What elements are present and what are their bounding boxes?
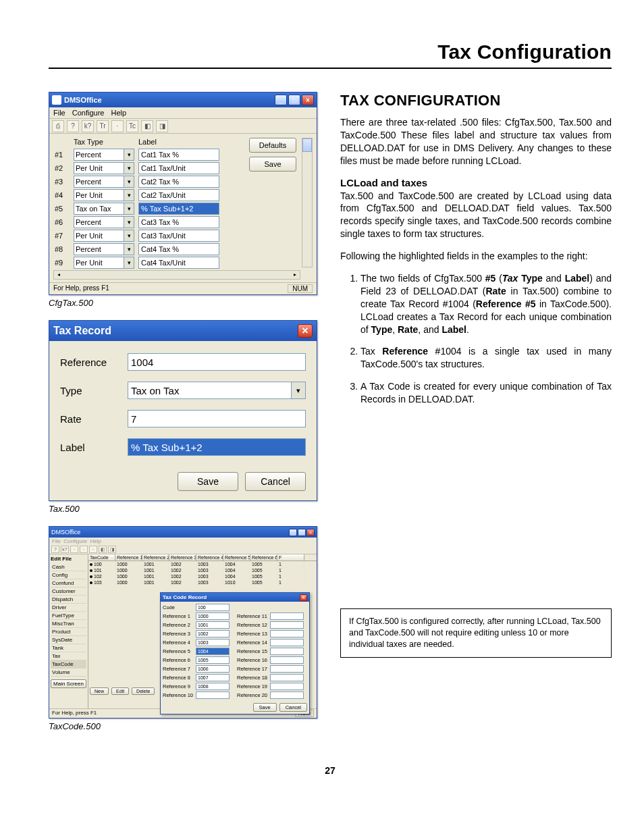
reference-input[interactable]: 1001 — [196, 621, 230, 629]
label-input[interactable]: % Tax Sub+1+2 — [128, 438, 306, 456]
sidebar-item[interactable]: Tax — [51, 652, 86, 660]
reference-input[interactable] — [270, 674, 304, 681]
toolbar-icon[interactable]: · — [80, 546, 88, 553]
close-button[interactable]: × — [306, 529, 315, 536]
label-input[interactable]: Cat3 Tax % — [138, 216, 219, 228]
close-icon[interactable]: × — [300, 594, 307, 601]
sidebar-item[interactable]: Comfund — [51, 579, 86, 588]
sidebar-item[interactable]: Dispatch — [51, 596, 86, 604]
reference-input[interactable]: 1003 — [196, 639, 230, 646]
reference-input[interactable] — [270, 665, 304, 673]
sidebar-item[interactable]: Cash — [51, 563, 86, 571]
window-titlebar[interactable]: DMSOffice _ □ × — [49, 527, 317, 538]
label-input[interactable]: Cat4 Tax % — [138, 243, 219, 255]
toolbar-icon[interactable]: Tc — [126, 120, 138, 132]
toolbar-icon[interactable]: ◧ — [141, 120, 153, 132]
reference-input[interactable] — [196, 692, 230, 699]
reference-input[interactable]: 1000 — [196, 613, 230, 620]
maximize-button[interactable]: □ — [288, 95, 300, 105]
save-button[interactable]: Save — [249, 157, 296, 172]
menu-help[interactable]: Help — [111, 109, 126, 117]
reference-input[interactable] — [270, 683, 304, 690]
reference-input[interactable]: 1008 — [196, 683, 230, 690]
toolbar-icon[interactable]: k? — [61, 546, 69, 553]
toolbar-icon[interactable]: · — [111, 120, 124, 132]
reference-input[interactable] — [270, 656, 304, 664]
label-input[interactable]: Cat2 Tax/Unit — [138, 189, 219, 201]
reference-input[interactable] — [270, 630, 304, 637]
delete-button[interactable]: Delete — [132, 687, 155, 695]
taxtype-select[interactable]: Per Unit — [74, 257, 134, 269]
column-header[interactable]: Reference 5 — [223, 554, 250, 561]
cancel-button[interactable]: Cancel — [279, 703, 307, 712]
taxtype-select[interactable]: Per Unit — [74, 230, 134, 242]
label-input[interactable]: Cat2 Tax % — [138, 176, 219, 188]
column-header[interactable]: F — [277, 554, 304, 561]
label-input[interactable]: Cat1 Tax/Unit — [138, 162, 219, 174]
rate-input[interactable]: 7 — [128, 410, 306, 427]
new-button[interactable]: New — [90, 687, 109, 695]
save-button[interactable]: Save — [253, 703, 277, 712]
reference-input[interactable] — [270, 639, 304, 646]
sidebar-item[interactable]: Volume — [51, 669, 86, 677]
toolbar-icon[interactable]: ? — [51, 546, 59, 553]
taxtype-select[interactable]: Percent — [74, 216, 134, 228]
sidebar-item[interactable]: Tank — [51, 644, 86, 652]
taxtype-select[interactable]: Percent — [74, 176, 134, 188]
toolbar-print-icon[interactable]: ⎙ — [52, 120, 64, 132]
taxtype-select[interactable]: Percent — [74, 243, 134, 255]
edit-button[interactable]: Edit — [111, 687, 129, 695]
reference-input[interactable] — [270, 692, 304, 699]
cancel-button[interactable]: Cancel — [245, 472, 306, 491]
taxtype-select[interactable]: Per Unit — [74, 189, 134, 201]
sidebar-item[interactable]: Driver — [51, 604, 86, 612]
sidebar-item[interactable]: Config — [51, 571, 86, 579]
type-select[interactable]: Tax on Tax — [128, 382, 306, 399]
sidebar-item[interactable]: Customer — [51, 588, 86, 596]
toolbar-icon[interactable]: · — [70, 546, 78, 553]
reference-input[interactable]: 1004 — [128, 353, 306, 371]
toolbar-icon[interactable]: ◨ — [156, 120, 168, 132]
horizontal-scrollbar[interactable] — [53, 270, 300, 280]
reference-input[interactable]: 1007 — [196, 674, 230, 681]
sidebar-item[interactable]: FuelType — [51, 612, 86, 620]
column-header[interactable]: Reference 4 — [196, 554, 223, 561]
toolbar-help-icon[interactable]: ? — [67, 120, 79, 132]
vertical-scrollbar[interactable] — [302, 138, 313, 267]
table-row[interactable]: 1001000100110021003100410051 — [88, 561, 317, 567]
label-input[interactable]: Cat4 Tax/Unit — [138, 257, 219, 269]
menu-configure[interactable]: Configure — [72, 109, 105, 117]
column-header[interactable]: Reference 6 — [250, 554, 277, 561]
toolbar-icon[interactable]: · — [89, 546, 97, 553]
dialog-titlebar[interactable]: Tax Record × — [49, 321, 317, 341]
taxtype-select[interactable]: Tax on Tax — [74, 203, 134, 215]
sidebar-item[interactable]: SysDate — [51, 636, 86, 644]
sidebar-item[interactable]: Product — [51, 628, 86, 636]
menu-file[interactable]: File — [53, 109, 65, 117]
code-input[interactable]: 100 — [196, 604, 230, 611]
label-input[interactable]: Cat1 Tax % — [138, 149, 219, 161]
defaults-button[interactable]: Defaults — [249, 138, 296, 153]
reference-input[interactable] — [270, 648, 304, 655]
table-row[interactable]: 1021000100110021003100410051 — [88, 573, 317, 579]
label-input[interactable]: Cat3 Tax/Unit — [138, 230, 219, 242]
label-input[interactable]: % Tax Sub+1+2 — [138, 203, 219, 215]
column-header[interactable]: Reference 1 — [115, 554, 142, 561]
reference-input[interactable]: 1004 — [196, 648, 230, 655]
reference-input[interactable] — [270, 613, 304, 620]
close-icon[interactable]: × — [298, 324, 313, 338]
toolbar-whatsthis-icon[interactable]: k? — [82, 120, 94, 132]
column-header[interactable]: Reference 2 — [142, 554, 169, 561]
column-header[interactable]: TaxCode — [88, 554, 115, 561]
dialog-titlebar[interactable]: Tax Code Record × — [161, 593, 309, 602]
toolbar-icon[interactable]: Tr — [97, 120, 109, 132]
column-header[interactable]: Reference 3 — [169, 554, 196, 561]
window-titlebar[interactable]: DMSOffice _ □ × — [49, 93, 317, 107]
reference-input[interactable] — [270, 621, 304, 629]
maximize-button[interactable]: □ — [298, 529, 306, 536]
toolbar-icon[interactable]: ◨ — [108, 546, 116, 553]
reference-input[interactable]: 1002 — [196, 630, 230, 637]
toolbar-icon[interactable]: ◧ — [99, 546, 107, 553]
taxtype-select[interactable]: Percent — [74, 149, 134, 161]
save-button[interactable]: Save — [178, 472, 238, 491]
